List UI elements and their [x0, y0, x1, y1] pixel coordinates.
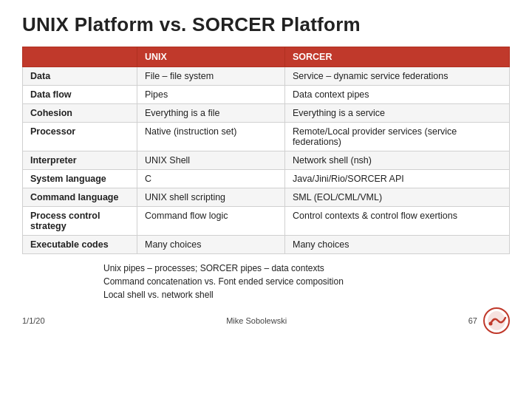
row-unix: Native (instruction set): [137, 123, 285, 151]
footer-notes: Unix pipes – processes; SORCER pipes – d…: [22, 262, 510, 301]
table-row: ProcessorNative (instruction set)Remote/…: [23, 123, 510, 151]
table-row: Process control strategyCommand flow log…: [23, 207, 510, 236]
row-category: Process control strategy: [23, 207, 137, 236]
footer-date: 1/1/20: [22, 316, 45, 325]
table-row: System languageCJava/Jini/Rio/SORCER API: [23, 170, 510, 188]
row-category: Interpreter: [23, 151, 137, 170]
row-sorcer: Control contexts & control flow exertion…: [285, 207, 510, 236]
row-category: Data: [23, 67, 137, 86]
row-sorcer: Data context pipes: [285, 86, 510, 104]
row-sorcer: Network shell (nsh): [285, 151, 510, 170]
table-row: CohesionEverything is a fileEverything i…: [23, 104, 510, 123]
row-unix: Pipes: [137, 86, 285, 104]
footer-bar: 1/1/20 Mike Sobolewski 67: [22, 307, 510, 334]
page: UNIX Platform vs. SORCER Platform UNIX S…: [0, 0, 532, 399]
row-unix: UNIX Shell: [137, 151, 285, 170]
footer-note-2: Command concatenation vs. Font ended ser…: [103, 275, 510, 288]
row-category: Cohesion: [23, 104, 137, 123]
row-category: Processor: [23, 123, 137, 151]
row-sorcer: Remote/Local provider services (service …: [285, 123, 510, 151]
row-unix: Many choices: [137, 236, 285, 254]
col-header-category: [23, 47, 137, 67]
row-category: Data flow: [23, 86, 137, 104]
footer-note-1: Unix pipes – processes; SORCER pipes – d…: [103, 262, 510, 275]
row-category: Executable codes: [23, 236, 137, 254]
row-sorcer: Java/Jini/Rio/SORCER API: [285, 170, 510, 188]
row-unix: Command flow logic: [137, 207, 285, 236]
row-sorcer: Everything is a service: [285, 104, 510, 123]
row-unix: UNIX shell scripting: [137, 188, 285, 207]
sorcer-logo: [483, 307, 510, 334]
row-unix: Everything is a file: [137, 104, 285, 123]
footer-presenter: Mike Sobolewski: [226, 316, 287, 325]
page-title: UNIX Platform vs. SORCER Platform: [22, 13, 510, 36]
row-sorcer: SML (EOL/CML/VML): [285, 188, 510, 207]
row-unix: C: [137, 170, 285, 188]
table-row: InterpreterUNIX ShellNetwork shell (nsh): [23, 151, 510, 170]
table-row: DataFile – file systemService – dynamic …: [23, 67, 510, 86]
row-category: System language: [23, 170, 137, 188]
table-row: Command languageUNIX shell scriptingSML …: [23, 188, 510, 207]
row-unix: File – file system: [137, 67, 285, 86]
col-header-unix: UNIX: [137, 47, 285, 67]
footer-page: 67: [468, 316, 477, 325]
footer-note-3: Local shell vs. network shell: [103, 288, 510, 301]
comparison-table: UNIX SORCER DataFile – file systemServic…: [22, 47, 510, 254]
table-row: Data flowPipesData context pipes: [23, 86, 510, 104]
row-sorcer: Many choices: [285, 236, 510, 254]
row-category: Command language: [23, 188, 137, 207]
svg-point-1: [488, 322, 492, 326]
row-sorcer: Service – dynamic service federations: [285, 67, 510, 86]
table-row: Executable codesMany choicesMany choices: [23, 236, 510, 254]
col-header-sorcer: SORCER: [285, 47, 510, 67]
